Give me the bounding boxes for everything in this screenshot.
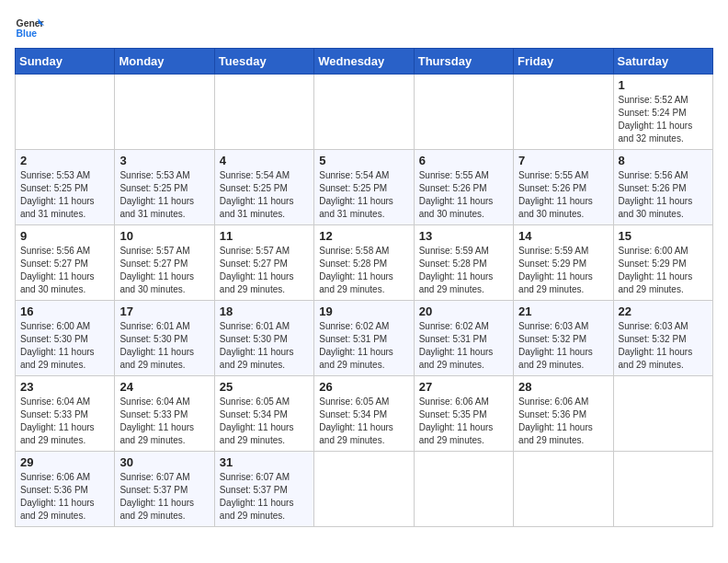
day-info: Sunrise: 6:05 AMSunset: 5:34 PMDaylight:… [220, 396, 309, 447]
calendar-cell: 29Sunrise: 6:06 AMSunset: 5:36 PMDayligh… [16, 452, 115, 527]
day-info: Sunrise: 5:57 AMSunset: 5:27 PMDaylight:… [119, 245, 209, 296]
calendar-cell [514, 75, 613, 150]
day-number: 10 [119, 229, 209, 243]
day-number: 9 [20, 229, 109, 243]
calendar-week-0: 1Sunrise: 5:52 AMSunset: 5:24 PMDaylight… [16, 75, 713, 150]
calendar-week-3: 16Sunrise: 6:00 AMSunset: 5:30 PMDayligh… [16, 301, 713, 376]
day-info: Sunrise: 6:02 AMSunset: 5:31 PMDaylight:… [319, 320, 408, 372]
calendar-cell: 23Sunrise: 6:04 AMSunset: 5:33 PMDayligh… [16, 376, 115, 452]
day-number: 17 [119, 304, 209, 318]
day-info: Sunrise: 6:07 AMSunset: 5:37 PMDaylight:… [220, 471, 309, 523]
day-info: Sunrise: 6:05 AMSunset: 5:34 PMDaylight:… [319, 396, 408, 447]
day-number: 13 [419, 229, 508, 243]
calendar-cell: 7Sunrise: 5:55 AMSunset: 5:26 PMDaylight… [514, 150, 613, 225]
header-saturday: Saturday [613, 49, 712, 75]
calendar-table: SundayMondayTuesdayWednesdayThursdayFrid… [15, 48, 713, 527]
calendar-cell: 14Sunrise: 5:59 AMSunset: 5:29 PMDayligh… [514, 225, 613, 301]
day-info: Sunrise: 5:56 AMSunset: 5:26 PMDaylight:… [619, 169, 708, 221]
day-info: Sunrise: 6:06 AMSunset: 5:36 PMDaylight:… [20, 471, 109, 523]
header-monday: Monday [115, 49, 214, 75]
day-number: 7 [518, 154, 608, 167]
calendar-cell [214, 75, 313, 150]
day-number: 23 [20, 380, 109, 394]
day-info: Sunrise: 6:04 AMSunset: 5:33 PMDaylight:… [20, 396, 109, 447]
day-number: 27 [419, 380, 508, 394]
calendar-cell [314, 75, 414, 150]
day-info: Sunrise: 6:03 AMSunset: 5:32 PMDaylight:… [518, 320, 608, 372]
day-info: Sunrise: 5:53 AMSunset: 5:25 PMDaylight:… [20, 169, 109, 221]
day-info: Sunrise: 6:00 AMSunset: 5:29 PMDaylight:… [619, 245, 708, 296]
calendar-week-2: 9Sunrise: 5:56 AMSunset: 5:27 PMDaylight… [16, 225, 713, 301]
day-number: 30 [119, 455, 209, 469]
day-number: 15 [619, 229, 708, 243]
day-info: Sunrise: 5:55 AMSunset: 5:26 PMDaylight:… [518, 169, 608, 221]
calendar-cell: 31Sunrise: 6:07 AMSunset: 5:37 PMDayligh… [214, 452, 313, 527]
calendar-header-row: SundayMondayTuesdayWednesdayThursdayFrid… [16, 49, 713, 75]
calendar-cell: 8Sunrise: 5:56 AMSunset: 5:26 PMDaylight… [613, 150, 712, 225]
day-info: Sunrise: 5:54 AMSunset: 5:25 PMDaylight:… [220, 169, 309, 221]
day-info: Sunrise: 5:56 AMSunset: 5:27 PMDaylight:… [20, 245, 109, 296]
day-number: 18 [220, 304, 309, 318]
calendar-cell: 9Sunrise: 5:56 AMSunset: 5:27 PMDaylight… [16, 225, 115, 301]
calendar-cell [414, 452, 513, 527]
day-number: 4 [220, 154, 309, 167]
calendar-cell: 24Sunrise: 6:04 AMSunset: 5:33 PMDayligh… [115, 376, 214, 452]
day-number: 28 [518, 380, 608, 394]
day-info: Sunrise: 6:06 AMSunset: 5:35 PMDaylight:… [419, 396, 508, 447]
calendar-cell: 4Sunrise: 5:54 AMSunset: 5:25 PMDaylight… [214, 150, 313, 225]
day-info: Sunrise: 5:52 AMSunset: 5:24 PMDaylight:… [619, 94, 708, 145]
header-sunday: Sunday [16, 49, 115, 75]
calendar-cell: 18Sunrise: 6:01 AMSunset: 5:30 PMDayligh… [214, 301, 313, 376]
day-number: 19 [319, 304, 408, 318]
calendar-week-1: 2Sunrise: 5:53 AMSunset: 5:25 PMDaylight… [16, 150, 713, 225]
logo-icon: General Blue [15, 15, 44, 40]
day-number: 29 [20, 455, 109, 469]
day-number: 14 [518, 229, 608, 243]
calendar-cell: 15Sunrise: 6:00 AMSunset: 5:29 PMDayligh… [613, 225, 712, 301]
day-number: 31 [220, 455, 309, 469]
day-info: Sunrise: 5:59 AMSunset: 5:28 PMDaylight:… [419, 245, 508, 296]
calendar-cell [115, 75, 214, 150]
day-info: Sunrise: 6:07 AMSunset: 5:37 PMDaylight:… [119, 471, 209, 523]
day-number: 21 [518, 304, 608, 318]
day-number: 22 [619, 304, 708, 318]
calendar-cell [613, 376, 712, 452]
calendar-cell: 28Sunrise: 6:06 AMSunset: 5:36 PMDayligh… [514, 376, 613, 452]
calendar-cell: 20Sunrise: 6:02 AMSunset: 5:31 PMDayligh… [414, 301, 513, 376]
calendar-cell [16, 75, 115, 150]
day-info: Sunrise: 6:02 AMSunset: 5:31 PMDaylight:… [419, 320, 508, 372]
calendar-cell: 12Sunrise: 5:58 AMSunset: 5:28 PMDayligh… [314, 225, 414, 301]
calendar-cell: 27Sunrise: 6:06 AMSunset: 5:35 PMDayligh… [414, 376, 513, 452]
calendar-cell: 22Sunrise: 6:03 AMSunset: 5:32 PMDayligh… [613, 301, 712, 376]
day-info: Sunrise: 5:59 AMSunset: 5:29 PMDaylight:… [518, 245, 608, 296]
day-number: 3 [119, 154, 209, 167]
day-info: Sunrise: 6:04 AMSunset: 5:33 PMDaylight:… [119, 396, 209, 447]
calendar-week-4: 23Sunrise: 6:04 AMSunset: 5:33 PMDayligh… [16, 376, 713, 452]
day-number: 16 [20, 304, 109, 318]
day-info: Sunrise: 6:01 AMSunset: 5:30 PMDaylight:… [220, 320, 309, 372]
day-number: 25 [220, 380, 309, 394]
calendar-cell: 5Sunrise: 5:54 AMSunset: 5:25 PMDaylight… [314, 150, 414, 225]
day-info: Sunrise: 5:58 AMSunset: 5:28 PMDaylight:… [319, 245, 408, 296]
header-friday: Friday [514, 49, 613, 75]
header-tuesday: Tuesday [214, 49, 313, 75]
svg-text:Blue: Blue [17, 29, 38, 39]
calendar-cell: 21Sunrise: 6:03 AMSunset: 5:32 PMDayligh… [514, 301, 613, 376]
day-number: 24 [119, 380, 209, 394]
calendar-cell: 2Sunrise: 5:53 AMSunset: 5:25 PMDaylight… [16, 150, 115, 225]
day-info: Sunrise: 5:54 AMSunset: 5:25 PMDaylight:… [319, 169, 408, 221]
day-number: 11 [220, 229, 309, 243]
calendar-cell: 10Sunrise: 5:57 AMSunset: 5:27 PMDayligh… [115, 225, 214, 301]
day-number: 1 [619, 78, 708, 92]
calendar-cell [314, 452, 414, 527]
calendar-cell: 16Sunrise: 6:00 AMSunset: 5:30 PMDayligh… [16, 301, 115, 376]
day-info: Sunrise: 6:06 AMSunset: 5:36 PMDaylight:… [518, 396, 608, 447]
day-number: 6 [419, 154, 508, 167]
logo: General Blue [15, 15, 44, 40]
day-info: Sunrise: 5:53 AMSunset: 5:25 PMDaylight:… [119, 169, 209, 221]
calendar-cell [414, 75, 513, 150]
calendar-cell: 25Sunrise: 6:05 AMSunset: 5:34 PMDayligh… [214, 376, 313, 452]
day-number: 2 [20, 154, 109, 167]
calendar-cell: 26Sunrise: 6:05 AMSunset: 5:34 PMDayligh… [314, 376, 414, 452]
day-number: 12 [319, 229, 408, 243]
